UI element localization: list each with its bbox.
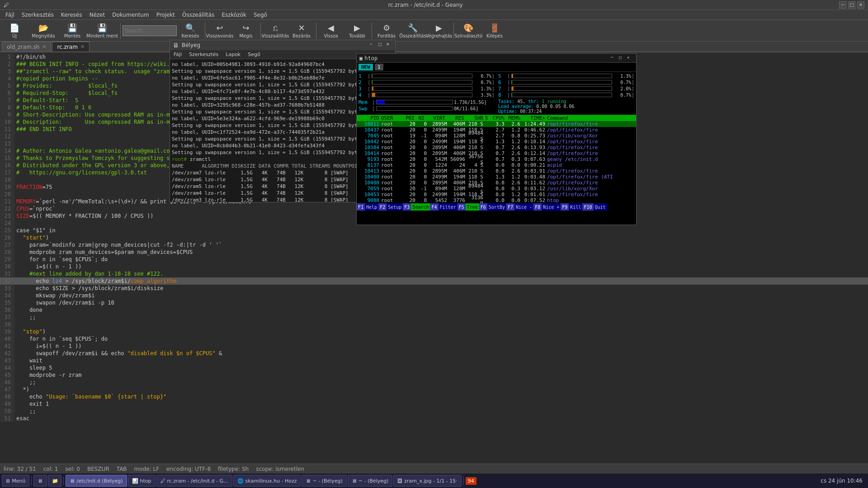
table-row[interactable]: 10384 root 20 0 2895M 406M 210 S 0.7 2.6… — [357, 145, 636, 150]
revert-label: Visszaállítás — [262, 33, 289, 38]
htop-close-button[interactable]: ✕ — [627, 55, 633, 61]
save-button[interactable]: 💾 Mentés — [60, 21, 85, 40]
status-line-ending: mode: LF — [134, 466, 159, 472]
htop-f6[interactable]: F6SortBy — [479, 203, 506, 211]
htop-minimize-button[interactable]: ─ — [611, 55, 617, 61]
table-row: 42 swapoff /dev/zram$i && echo "disabled… — [0, 350, 868, 357]
table-row[interactable]: 10408 root 20 0 2499M 194M 118 S 1.3 1.2… — [357, 174, 636, 180]
taskbar-browser-button[interactable]: 🌐 skamilinux.hu - Hozz — [233, 475, 301, 487]
htop-f3-search[interactable]: F3Search — [403, 203, 430, 211]
menu-kereses[interactable]: Keresés — [57, 11, 86, 19]
table-row[interactable]: 8137 root 20 0 1224 24 4 S 0.0 0.0 0:00.… — [357, 162, 636, 168]
table-row[interactable]: 9193 root 20 0 542M 56096 36756 S 0.7 0.… — [357, 156, 636, 162]
table-row[interactable]: 10442 root 20 0 2499M 194M 118 S 1.3 1.2… — [357, 139, 636, 145]
table-row[interactable]: 10408 root 20 0 2895M 406M 210 S 0.0 2.6… — [357, 180, 636, 186]
notification-badge[interactable]: 94 — [466, 477, 476, 485]
quit-button[interactable]: 🚪 Kilépés — [482, 21, 507, 40]
htop-body: NEW 1 1 [ 0.7% ] 2 [ 0.7% ] — [357, 63, 636, 225]
title-text: rc.zram - /etc/init.d - Geany — [12, 2, 839, 8]
menu-fajl[interactable]: Fájl — [2, 11, 18, 19]
taskbar-desktop-button[interactable]: 🖥 — [33, 475, 47, 487]
table-row[interactable]: 10437 root 20 0 2499M 194M 118 S 2.7 1.2… — [357, 127, 636, 133]
term-minimize-button[interactable]: ─ — [370, 42, 376, 48]
menu-eszkozok[interactable]: Eszközök — [218, 11, 250, 19]
status-line: line: 32 / 51 — [4, 466, 36, 472]
term-menu-lapok[interactable]: Lapok — [224, 52, 242, 57]
compile-button[interactable]: ⚙ Fordítás — [374, 21, 399, 40]
tab-rc-zram[interactable]: rc.zram ✕ — [52, 42, 90, 52]
browser-icon: 🌐 — [237, 478, 244, 484]
terminal3-icon: 🖥 — [352, 478, 357, 484]
htop-f8[interactable]: F8Nice + — [533, 203, 561, 211]
htop-f1[interactable]: F1Help — [357, 203, 378, 211]
search-icon: 🔍 — [185, 23, 195, 33]
htop-new-tab[interactable]: NEW — [359, 64, 373, 70]
menu-sego[interactable]: Segő — [250, 11, 271, 19]
menu-icon: ⊞ — [6, 478, 10, 484]
htop-f10[interactable]: F10Quit — [582, 203, 607, 211]
table-row[interactable]: 10011 root 20 0 2895M 406M 210 S 3.3 2.6… — [357, 121, 636, 127]
table-row: 35 swapon /dev/zram$i -p 10 — [0, 299, 868, 306]
taskbar-terminal-active[interactable]: 🖥 /etc/init.d (Bélyeg) — [66, 475, 127, 487]
menu-projekt[interactable]: Projekt — [153, 11, 179, 19]
term-menu-fajl[interactable]: Fájl — [172, 52, 184, 57]
taskbar-menu-button[interactable]: ⊞ Menü — [2, 475, 29, 487]
table-row[interactable]: 10453 root 20 0 2499M 194M 118 S 0.0 1.2… — [357, 192, 636, 197]
color-button[interactable]: 🎨 Színválasztó — [456, 21, 481, 40]
tab-old-zram[interactable]: old_zram.sh ✕ — [2, 42, 51, 52]
taskbar-image-button[interactable]: 🖼 zram_x.jpg - 1/1 - 15· — [393, 475, 461, 487]
back-label: Vissza — [324, 33, 338, 38]
htop-f2[interactable]: F2Setup — [378, 203, 403, 211]
term-close-button[interactable]: ✕ — [386, 42, 392, 48]
menu-szerkesztes[interactable]: Szerkesztés — [18, 11, 57, 19]
table-row: 46 ;; — [0, 379, 868, 386]
htop-f4[interactable]: F4Filter — [430, 203, 457, 211]
taskbar-htop-button[interactable]: 📊 htop — [128, 475, 156, 487]
save-all-button[interactable]: 💾 Mindent ment — [86, 21, 118, 40]
menu-nezet[interactable]: Nézet — [85, 11, 108, 19]
redo-button[interactable]: ↪ Megis — [233, 21, 259, 40]
term-menu-szerkesztes[interactable]: Szerkesztés — [187, 52, 220, 57]
close-button[interactable]: ✕ — [857, 1, 864, 9]
new-button[interactable]: 📄 Új — [2, 21, 27, 40]
taskbar-terminal3-button[interactable]: 🖥 ~ - (Bélyeg) — [348, 475, 392, 487]
htop-maximize-button[interactable]: □ — [619, 55, 625, 61]
taskbar-geany-button[interactable]: 🖊 rc.zram - /etc/init.d - G... — [156, 475, 232, 487]
menu-dokumentum[interactable]: Dokumentum — [108, 11, 152, 19]
htop-f9[interactable]: F9Kill — [561, 203, 582, 211]
minimize-button[interactable]: ─ — [839, 1, 846, 9]
search-button[interactable]: 🔍 Keresés — [178, 21, 203, 40]
term-maximize-button[interactable]: □ — [378, 42, 384, 48]
tab-rc-zram-close[interactable]: ✕ — [80, 44, 85, 50]
htop-f7[interactable]: F7Nice - — [506, 203, 533, 211]
revert-button[interactable]: ⎌ Visszaállítás — [263, 21, 288, 40]
search-input[interactable] — [123, 25, 177, 36]
table-row[interactable]: 9088 root 20 0 5452 3776 3136 R 0.0 0.0 … — [357, 197, 636, 203]
build-button[interactable]: 🔧 Összeállítás — [400, 21, 425, 40]
redo-icon: ↪ — [242, 23, 249, 33]
close-doc-label: Bezárás — [292, 33, 311, 38]
menu-osszeallitas[interactable]: Összeállítás — [179, 11, 218, 19]
undo-button[interactable]: ↩ Visszavonás — [207, 21, 232, 40]
htop-f5-tree[interactable]: F5Tree — [458, 203, 479, 211]
tab-old-zram-close[interactable]: ✕ — [42, 44, 46, 50]
htop-tab-1[interactable]: 1 — [375, 64, 383, 70]
run-icon: ▶ — [436, 23, 442, 33]
taskbar-files-button[interactable]: 📁 — [48, 475, 61, 487]
table-row[interactable]: 7059 root 20 -1 894M 128M 89484 S 0.0 0.… — [357, 186, 636, 192]
toolbar-sep5 — [372, 23, 372, 39]
save-icon: 💾 — [67, 23, 77, 33]
forward-button[interactable]: ▶ Tovább — [344, 21, 370, 40]
save-all-label: Mindent ment — [86, 33, 118, 38]
open-button[interactable]: 📂 Megnyitás — [28, 21, 59, 40]
run-button[interactable]: ▶ Végrehajtás — [426, 21, 452, 40]
term-menu-sego[interactable]: Segő — [246, 52, 262, 57]
maximize-button[interactable]: □ — [848, 1, 855, 9]
table-row[interactable]: 10414 root 20 0 2895M 406M 210 S 0.7 2.6… — [357, 150, 636, 156]
close-doc-button[interactable]: ✕ Bezárás — [289, 21, 314, 40]
toolbar-sep4 — [316, 23, 316, 39]
table-row[interactable]: 7045 root 19 -1 894M 128M 89484 S 2.7 0.… — [357, 133, 636, 139]
taskbar-terminal2-button[interactable]: 🖥 ~ - (Bélyeg) — [302, 475, 346, 487]
back-button[interactable]: ◀ Vissza — [318, 21, 344, 40]
table-row[interactable]: 10413 root 20 0 2895M 406M 210 S 0.0 2.6… — [357, 168, 636, 174]
